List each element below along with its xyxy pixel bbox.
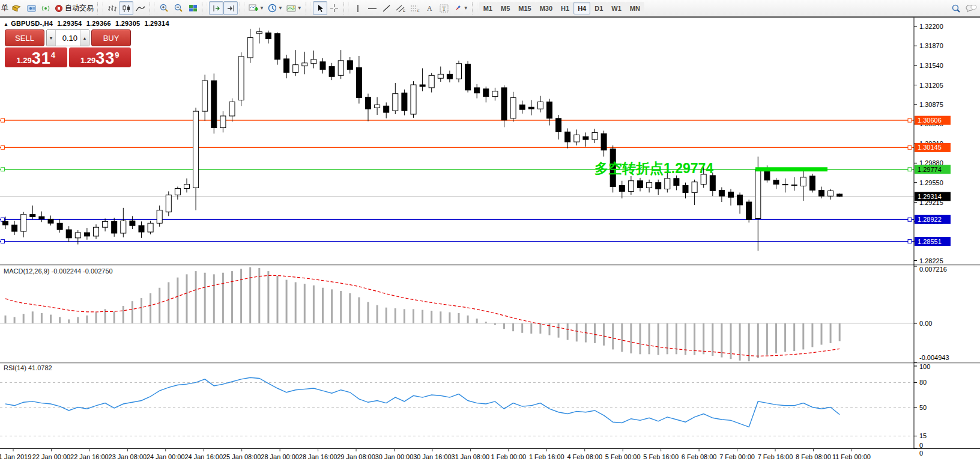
candle <box>510 98 516 118</box>
price-tick-label[interactable]: 1.30875 <box>919 101 943 108</box>
time-axis-label[interactable]: 25 Jan 08:00 <box>223 453 261 460</box>
time-axis-label[interactable]: 1 Feb 16:00 <box>529 453 564 460</box>
timeframe-h1-button[interactable]: H1 <box>557 2 573 14</box>
add-indicator-button[interactable]: ▼ <box>247 1 266 15</box>
time-axis-label[interactable]: 23 Jan 08:00 <box>109 453 147 460</box>
time-axis-label[interactable]: 7 Feb 00:00 <box>719 453 755 460</box>
timeframe-h4-button[interactable]: H4 <box>573 2 590 14</box>
timeframe-w1-button[interactable]: W1 <box>607 2 626 14</box>
time-axis-label[interactable]: 29 Jan 08:00 <box>337 453 375 460</box>
time-axis-label[interactable]: 6 Feb 08:00 <box>682 453 717 460</box>
hline-anchor[interactable] <box>1 218 5 221</box>
chart-window[interactable]: 多空转折点1.297741.322001.318701.315401.31205… <box>0 17 980 464</box>
hline-anchor[interactable] <box>908 240 912 243</box>
time-axis-label[interactable]: 24 Jan 16:00 <box>184 453 223 460</box>
price-line-badge-value: 1.30606 <box>918 117 942 124</box>
arrows-button[interactable]: ▼ <box>452 1 470 15</box>
bar-chart-button[interactable] <box>104 1 119 15</box>
time-axis-label[interactable]: 28 Jan 00:00 <box>261 453 299 460</box>
time-axis-label[interactable]: 5 Feb 16:00 <box>643 453 679 460</box>
autoscroll-button[interactable] <box>209 1 223 15</box>
price-tick-label[interactable]: 1.28225 <box>919 257 943 264</box>
terminal-button[interactable] <box>24 1 38 15</box>
text-label-button[interactable]: T <box>437 1 452 15</box>
candle <box>30 215 35 217</box>
candlestick-chart-button[interactable] <box>119 1 133 15</box>
autotrade-button[interactable]: 自动交易 <box>53 1 95 15</box>
equidistant-channel-button[interactable]: E <box>394 1 408 15</box>
candle <box>148 223 153 232</box>
search-button[interactable] <box>949 1 963 15</box>
time-axis-label[interactable]: 7 Feb 16:00 <box>758 453 793 460</box>
add-indicator-icon <box>249 4 258 13</box>
hline-anchor[interactable] <box>1 118 5 122</box>
price-tick-label[interactable]: 1.31205 <box>919 82 943 89</box>
hline-anchor[interactable] <box>1 168 5 171</box>
candle <box>683 186 688 193</box>
cursor-button[interactable] <box>313 1 327 15</box>
hline-anchor[interactable] <box>908 218 912 221</box>
timeframe-d1-button[interactable]: D1 <box>590 2 607 14</box>
timeframe-mn-button[interactable]: MN <box>626 2 644 14</box>
time-axis-label[interactable]: 21 Jan 2019 <box>0 453 31 460</box>
templates-button[interactable]: ▼ <box>285 1 304 15</box>
horizontal-line-button[interactable] <box>365 1 380 15</box>
sell-price-display[interactable]: 1.29314 <box>5 47 67 67</box>
shift-chart-button[interactable] <box>223 1 238 15</box>
price-tick-label[interactable]: 1.29550 <box>919 179 943 186</box>
timeframe-m15-button[interactable]: M15 <box>514 2 535 14</box>
time-axis-label[interactable]: 28 Jan 16:00 <box>299 453 337 460</box>
hline-anchor[interactable] <box>908 145 912 149</box>
sell-button[interactable]: SELL <box>5 29 44 46</box>
time-axis-label[interactable]: 5 Feb 00:00 <box>605 453 641 460</box>
price-chart-canvas[interactable]: 多空转折点1.297741.322001.318701.315401.31205… <box>0 17 980 464</box>
volume-increase-icon[interactable]: ▲ <box>80 30 89 46</box>
hline-anchor[interactable] <box>1 145 5 149</box>
zoom-in-button[interactable] <box>157 1 171 15</box>
line-chart-button[interactable] <box>133 1 148 15</box>
dropdown-caret-icon: ▼ <box>278 5 283 11</box>
chat-button[interactable] <box>963 1 979 15</box>
price-tick-label[interactable]: 1.31540 <box>919 62 943 69</box>
timeframe-m1-button[interactable]: M1 <box>479 2 497 14</box>
signal-button[interactable] <box>38 1 53 15</box>
line-chart-icon <box>136 4 145 13</box>
autotrade-icon <box>55 4 63 13</box>
zoom-out-button[interactable] <box>171 1 186 15</box>
hline-anchor[interactable] <box>908 168 912 171</box>
chart-annotation-text[interactable]: 多空转折点1.29774 <box>594 160 713 176</box>
time-axis-label[interactable]: 30 Jan 16:00 <box>413 453 452 460</box>
time-axis-label[interactable]: 31 Jan 08:00 <box>452 453 490 460</box>
time-axis-label[interactable]: 1 Feb 00:00 <box>491 453 526 460</box>
new-order-button[interactable] <box>10 1 24 15</box>
buy-price-display[interactable]: 1.29339 <box>69 47 132 67</box>
price-tick-label[interactable]: 1.31870 <box>919 42 943 49</box>
crosshair-button[interactable] <box>327 1 342 15</box>
price-tick-label[interactable]: 1.32200 <box>919 23 943 30</box>
text-button[interactable]: A <box>423 1 437 15</box>
hline-anchor[interactable] <box>908 118 912 122</box>
timeframe-m30-button[interactable]: M30 <box>536 2 557 14</box>
time-axis-label[interactable]: 22 Jan 00:00 <box>32 453 71 460</box>
time-axis-label[interactable]: 11 Feb 00:00 <box>832 453 871 460</box>
time-axis-label[interactable]: 24 Jan 00:00 <box>147 453 185 460</box>
fibonacci-button[interactable]: F <box>408 1 423 15</box>
vertical-line-button[interactable] <box>351 1 365 15</box>
time-axis-label[interactable]: 8 Feb 08:00 <box>796 453 831 460</box>
time-axis-label[interactable]: 30 Jan 00:00 <box>375 453 414 460</box>
time-axis-label[interactable]: 22 Jan 16:00 <box>70 453 109 460</box>
volume-decrease-icon[interactable]: ▼ <box>47 30 56 46</box>
periods-button[interactable]: ▼ <box>266 1 285 15</box>
macd-scale-label: 0.007216 <box>919 266 947 273</box>
timeframe-m5-button[interactable]: M5 <box>497 2 514 14</box>
hline-anchor[interactable] <box>1 240 5 243</box>
trendline-segment[interactable] <box>755 167 827 171</box>
trendline-icon <box>382 4 391 13</box>
tile-windows-button[interactable] <box>186 1 200 15</box>
time-axis-label[interactable]: 4 Feb 08:00 <box>567 453 602 460</box>
tile-windows-icon <box>189 4 198 13</box>
trendline-button[interactable] <box>380 1 394 15</box>
dropdown-caret-icon: ▼ <box>259 5 264 11</box>
volume-input[interactable] <box>56 30 80 46</box>
buy-button[interactable]: BUY <box>91 29 131 46</box>
